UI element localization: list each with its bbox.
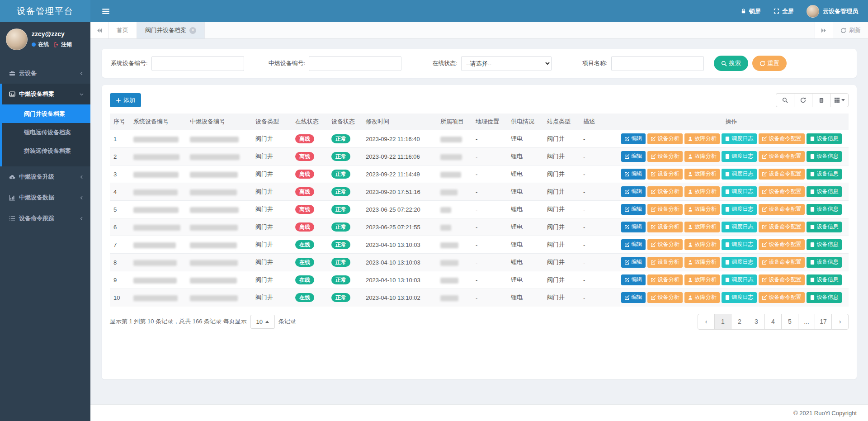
row-action-button[interactable]: 调度日志 (722, 239, 757, 250)
table-search-button[interactable] (776, 93, 794, 107)
sidebar-item-device-upgrade[interactable]: 中燃设备升级 (0, 166, 90, 187)
row-action-button[interactable]: 编辑 (621, 204, 646, 215)
refresh-tab-button[interactable]: 刷新 (833, 22, 868, 38)
page-number-button[interactable]: 4 (764, 314, 782, 330)
row-action-button[interactable]: 设备分析 (647, 292, 683, 303)
row-action-button[interactable]: 设备信息 (807, 133, 842, 144)
row-action-button[interactable]: 故障分析 (684, 292, 720, 303)
row-action-button[interactable]: 设备分析 (647, 133, 683, 144)
add-button[interactable]: 添加 (110, 93, 141, 107)
row-action-button[interactable]: 设备信息 (807, 257, 842, 268)
row-action-button[interactable]: 设备命令配置 (759, 274, 805, 285)
row-action-button[interactable]: 故障分析 (684, 257, 720, 268)
page-number-button[interactable]: 3 (748, 314, 765, 330)
row-action-button[interactable]: 故障分析 (684, 151, 720, 162)
page-prev-button[interactable]: ‹ (698, 314, 715, 330)
row-action-button[interactable]: 编辑 (621, 133, 646, 144)
project-name-input[interactable] (611, 56, 704, 71)
sidebar-item-valve-well-archive[interactable]: 阀门井设备档案 (2, 104, 90, 123)
row-action-button[interactable]: 调度日志 (722, 186, 757, 197)
row-action-button[interactable]: 设备命令配置 (759, 169, 805, 180)
row-action-button[interactable]: 设备信息 (807, 169, 842, 180)
row-action-button[interactable]: 设备分析 (647, 169, 683, 180)
tabs-scroll-right-button[interactable] (815, 22, 833, 38)
row-action-button[interactable]: 调度日志 (722, 151, 757, 162)
row-action-button[interactable]: 设备命令配置 (759, 186, 805, 197)
row-action-button[interactable]: 故障分析 (684, 169, 720, 180)
row-action-button[interactable]: 设备信息 (807, 186, 842, 197)
page-next-button[interactable]: › (831, 314, 849, 330)
row-action-button[interactable]: 设备分析 (647, 186, 683, 197)
tabs-scroll-left-button[interactable] (90, 22, 108, 38)
row-action-button[interactable]: 故障分析 (684, 239, 720, 250)
row-action-button[interactable]: 设备分析 (647, 222, 683, 232)
lock-screen-button[interactable]: 锁屏 (741, 7, 761, 15)
row-action-button[interactable]: 设备信息 (807, 151, 842, 162)
user-menu[interactable]: 云设备管理员 (807, 5, 858, 18)
row-action-button[interactable]: 设备命令配置 (759, 292, 805, 303)
page-number-button[interactable]: 17 (815, 314, 832, 330)
row-action-button[interactable]: 故障分析 (684, 186, 720, 197)
row-action-button[interactable]: 设备命令配置 (759, 257, 805, 268)
row-action-button[interactable]: 调度日志 (722, 274, 757, 285)
row-action-button[interactable]: 设备信息 (807, 222, 842, 232)
row-action-button[interactable]: 设备命令配置 (759, 204, 805, 215)
row-action-button[interactable]: 编辑 (621, 257, 646, 268)
page-number-button[interactable]: 5 (781, 314, 798, 330)
row-action-button[interactable]: 编辑 (621, 274, 646, 285)
sidebar-item-assembled-remote-archive[interactable]: 拼装远传设备档案 (2, 142, 90, 160)
row-action-button[interactable]: 设备信息 (807, 239, 842, 250)
sidebar-item-device-archive[interactable]: 中燃设备档案 (2, 84, 90, 104)
row-action-button[interactable]: 设备信息 (807, 292, 842, 303)
sidebar-item-device-data[interactable]: 中燃设备数据 (0, 187, 90, 208)
row-action-button[interactable]: 编辑 (621, 222, 646, 232)
row-action-button[interactable]: 设备命令配置 (759, 222, 805, 232)
page-number-button[interactable]: 1 (714, 314, 731, 330)
row-action-button[interactable]: 编辑 (621, 292, 646, 303)
page-size-dropdown[interactable]: 10 (250, 315, 275, 329)
row-action-button[interactable]: 调度日志 (722, 169, 757, 180)
row-action-button[interactable]: 设备信息 (807, 204, 842, 215)
row-action-button[interactable]: 故障分析 (684, 133, 720, 144)
row-action-button[interactable]: 设备命令配置 (759, 151, 805, 162)
table-columns-button[interactable] (830, 93, 849, 107)
reset-button[interactable]: 重置 (752, 56, 787, 71)
system-device-no-input[interactable] (151, 56, 244, 71)
sidebar-toggle-icon[interactable] (101, 7, 110, 15)
row-action-button[interactable]: 调度日志 (722, 257, 757, 268)
row-action-button[interactable]: 调度日志 (722, 292, 757, 303)
row-action-button[interactable]: 设备分析 (647, 204, 683, 215)
row-action-button[interactable]: 设备命令配置 (759, 133, 805, 144)
row-action-button[interactable]: 编辑 (621, 239, 646, 250)
page-ellipsis[interactable]: ... (798, 314, 815, 330)
tab-home[interactable]: 首页 (108, 22, 137, 38)
page-number-button[interactable]: 2 (731, 314, 748, 330)
search-button[interactable]: 搜索 (714, 56, 748, 71)
gas-device-no-input[interactable] (309, 56, 401, 71)
logout-button[interactable]: 注销 (54, 41, 72, 48)
fullscreen-button[interactable]: 全屏 (774, 7, 794, 15)
row-action-button[interactable]: 调度日志 (722, 222, 757, 232)
row-action-button[interactable]: 编辑 (621, 186, 646, 197)
close-icon[interactable]: × (189, 27, 196, 34)
sidebar-item-lithium-remote-archive[interactable]: 锂电远传设备档案 (2, 123, 90, 142)
row-action-button[interactable]: 设备分析 (647, 257, 683, 268)
row-action-button[interactable]: 设备信息 (807, 274, 842, 285)
row-action-button[interactable]: 设备分析 (647, 274, 683, 285)
row-action-button[interactable]: 设备分析 (647, 239, 683, 250)
table-detail-view-button[interactable] (812, 93, 830, 107)
row-action-button[interactable]: 故障分析 (684, 274, 720, 285)
row-action-button[interactable]: 设备命令配置 (759, 239, 805, 250)
table-refresh-button[interactable] (794, 93, 812, 107)
row-action-button[interactable]: 故障分析 (684, 222, 720, 232)
tab-valve-well-archive[interactable]: 阀门井设备档案 × (137, 22, 205, 38)
sidebar-item-command-tracking[interactable]: 设备命令跟踪 (0, 208, 90, 229)
row-action-button[interactable]: 调度日志 (722, 204, 757, 215)
sidebar-item-cloud-devices[interactable]: 云设备 (0, 63, 90, 84)
row-action-button[interactable]: 编辑 (621, 151, 646, 162)
row-action-button[interactable]: 设备分析 (647, 151, 683, 162)
row-action-button[interactable]: 调度日志 (722, 133, 757, 144)
row-action-button[interactable]: 编辑 (621, 169, 646, 180)
online-status-select[interactable]: --请选择-- (461, 56, 552, 71)
row-action-button[interactable]: 故障分析 (684, 204, 720, 215)
